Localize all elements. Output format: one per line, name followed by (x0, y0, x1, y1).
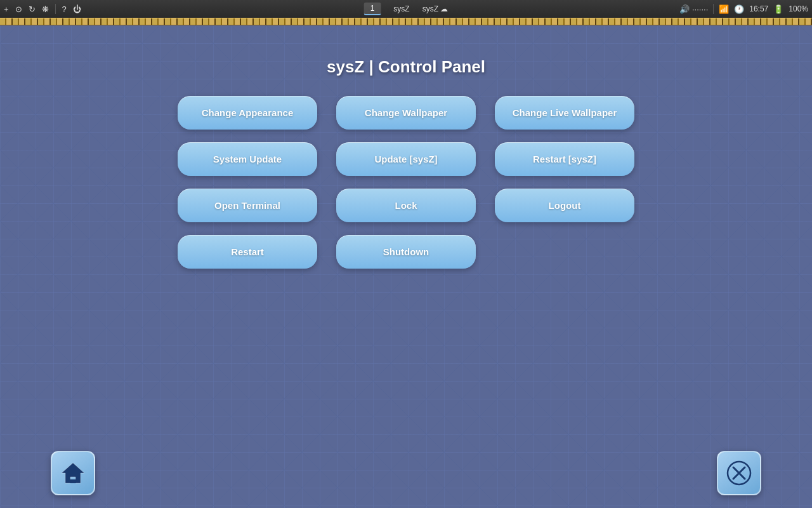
taskbar: + ⊙ ↻ ❋ ? ⏻ 1 sysZ sysZ ☁ 🔊 ······· 📶 🕐 … (0, 0, 812, 18)
target-icon[interactable]: ⊙ (15, 4, 22, 14)
restart-button[interactable]: Restart (178, 235, 317, 269)
wifi-icon[interactable]: 📶 (719, 4, 729, 14)
battery-icon: 🔋 (773, 4, 783, 14)
separator-2 (713, 4, 714, 14)
taskbar-app-sysz[interactable]: sysZ (393, 4, 409, 13)
taskbar-right: 🔊 ······· 📶 🕐 16:57 🔋 100% (679, 4, 808, 14)
change-appearance-button[interactable]: Change Appearance (178, 96, 317, 130)
battery-display: 100% (789, 4, 808, 13)
logout-button[interactable]: Logout (495, 189, 634, 222)
apps-icon[interactable]: ❋ (42, 4, 49, 14)
open-terminal-button[interactable]: Open Terminal (178, 189, 317, 222)
panel-title: sysZ | Control Panel (327, 57, 485, 77)
buttons-grid: Change Appearance Change Wallpaper Chang… (178, 96, 634, 269)
close-button[interactable] (717, 451, 761, 495)
system-update-button[interactable]: System Update (178, 142, 317, 176)
shutdown-button[interactable]: Shutdown (336, 235, 476, 269)
restart-sysz-button[interactable]: Restart [sysZ] (495, 142, 634, 176)
clock-icon: 🕐 (734, 4, 744, 14)
add-icon[interactable]: + (4, 4, 9, 14)
help-icon[interactable]: ? (62, 4, 67, 14)
svg-rect-1 (70, 479, 76, 483)
time-display: 16:57 (749, 4, 768, 13)
volume-icon[interactable]: 🔊 ······· (679, 4, 708, 14)
power-icon[interactable]: ⏻ (73, 4, 81, 14)
taskbar-center: 1 sysZ sysZ ☁ (364, 3, 449, 15)
home-button[interactable] (51, 451, 95, 495)
main-content: sysZ | Control Panel Change Appearance C… (0, 25, 812, 508)
top-decorative-strip (0, 18, 812, 25)
change-wallpaper-button[interactable]: Change Wallpaper (336, 96, 476, 130)
taskbar-left: + ⊙ ↻ ❋ ? ⏻ (4, 4, 81, 14)
separator-1 (55, 4, 56, 14)
update-sysz-button[interactable]: Update [sysZ] (336, 142, 476, 176)
refresh-icon[interactable]: ↻ (29, 4, 36, 14)
taskbar-app-sysz-cloud[interactable]: sysZ ☁ (422, 4, 449, 13)
workspace-1[interactable]: 1 (364, 3, 381, 15)
home-icon (59, 459, 87, 487)
close-icon (725, 459, 753, 487)
change-live-wallpaper-button[interactable]: Change Live Wallpaper (495, 96, 634, 130)
lock-button[interactable]: Lock (336, 189, 476, 222)
